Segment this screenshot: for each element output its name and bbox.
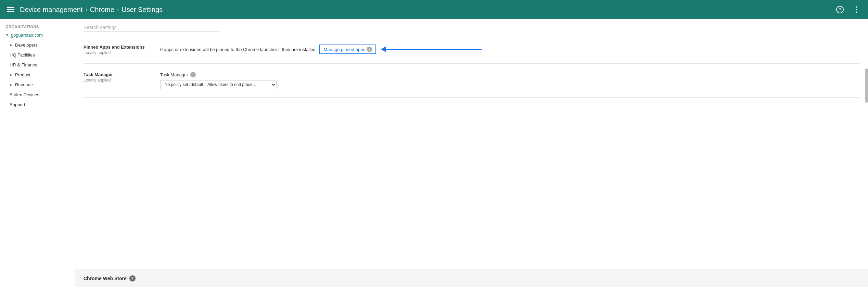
pinned-apps-title: Pinned Apps and Extensions [84, 45, 152, 50]
sidebar-item-goguardian[interactable]: ▼ goguardian.com [0, 30, 75, 40]
sidebar-item-label-support: Support [10, 102, 69, 107]
sidebar-item-hq[interactable]: HQ Facilities [0, 50, 75, 60]
chevron-developers: ► [10, 43, 13, 47]
chevron-revenue: ► [10, 83, 13, 87]
sidebar-item-revenue[interactable]: ► Revenue [0, 80, 75, 90]
sidebar: ORGANIZATIONS ▼ goguardian.com ► Develop… [0, 19, 75, 287]
sidebar-item-label-product: Product [15, 72, 69, 77]
pinned-apps-label: Pinned Apps and Extensions Locally appli… [84, 45, 152, 55]
chevron-goguardian: ▼ [5, 33, 9, 37]
sidebar-item-label-hq: HQ Facilities [10, 52, 69, 58]
main-content: Pinned Apps and Extensions Locally appli… [75, 19, 868, 287]
breadcrumb-device-management: Device management [20, 6, 82, 14]
search-bar [75, 19, 868, 36]
sidebar-item-support[interactable]: Support [0, 100, 75, 110]
more-button[interactable] [850, 3, 863, 16]
svg-text:?: ? [839, 7, 841, 12]
sidebar-item-label-hr: HR & Finance [10, 62, 69, 67]
task-manager-sub: Locally applied [84, 78, 152, 83]
breadcrumb-sep1: › [85, 7, 87, 13]
task-manager-label: Task Manager Locally applied [84, 72, 152, 83]
pinned-apps-sub: Locally applied [84, 50, 152, 55]
manage-pinned-link[interactable]: Manage pinned apps [323, 47, 365, 52]
breadcrumb-chrome: Chrome [90, 6, 114, 14]
chrome-web-store-section: Chrome Web Store ? [75, 270, 868, 287]
search-input[interactable] [84, 23, 220, 32]
breadcrumb: Device management › Chrome › User Settin… [20, 6, 163, 14]
task-manager-label-text: Task Manager [160, 72, 188, 77]
pinned-apps-content: 0 apps or extensions will be pinned to t… [160, 45, 860, 54]
top-nav: Device management › Chrome › User Settin… [0, 0, 868, 19]
task-manager-inner: Task Manager i No policy set (default = … [160, 72, 277, 89]
svg-point-3 [856, 9, 857, 10]
info-icon-pinned[interactable]: i [367, 47, 372, 52]
help-icon-webstore[interactable]: ? [129, 275, 136, 282]
sidebar-item-label-stolen: Stolen Devices [10, 92, 69, 97]
scrollbar-hint[interactable] [865, 68, 868, 103]
svg-point-2 [856, 7, 857, 8]
arrow-line [386, 49, 482, 50]
task-manager-section: Task Manager Locally applied Task Manage… [84, 64, 860, 98]
help-button[interactable]: ? [834, 3, 846, 16]
sidebar-item-hr[interactable]: HR & Finance [0, 60, 75, 70]
sidebar-item-label-developers: Developers [15, 42, 69, 48]
breadcrumb-sep2: › [117, 7, 119, 13]
hamburger-menu[interactable] [5, 6, 16, 13]
task-manager-content: Task Manager i No policy set (default = … [160, 72, 860, 89]
pinned-apps-section: Pinned Apps and Extensions Locally appli… [84, 36, 860, 64]
pinned-apps-desc: 0 apps or extensions will be pinned to t… [160, 47, 317, 52]
sidebar-item-stolen[interactable]: Stolen Devices [0, 90, 75, 100]
arrow-head-left [381, 47, 386, 52]
task-manager-select[interactable]: No policy set (default = Allow users to … [160, 80, 277, 89]
settings-content: Pinned Apps and Extensions Locally appli… [75, 36, 868, 270]
sidebar-item-label-revenue: Revenue [15, 82, 69, 87]
manage-pinned-box: Manage pinned apps i [319, 45, 376, 54]
chrome-web-store-title: Chrome Web Store [84, 276, 127, 281]
sidebar-item-product[interactable]: ► Product [0, 70, 75, 80]
sidebar-item-developers[interactable]: ► Developers [0, 40, 75, 50]
task-manager-title-row: Task Manager i [160, 72, 277, 77]
sidebar-org-label: ORGANIZATIONS [0, 22, 75, 30]
breadcrumb-user-settings: User Settings [122, 6, 163, 14]
chevron-product: ► [10, 73, 13, 77]
arrow-annotation [381, 47, 482, 52]
task-manager-title: Task Manager [84, 72, 152, 77]
svg-point-4 [856, 12, 857, 13]
sidebar-item-label-goguardian: goguardian.com [11, 33, 69, 38]
info-icon-task[interactable]: i [190, 72, 196, 77]
